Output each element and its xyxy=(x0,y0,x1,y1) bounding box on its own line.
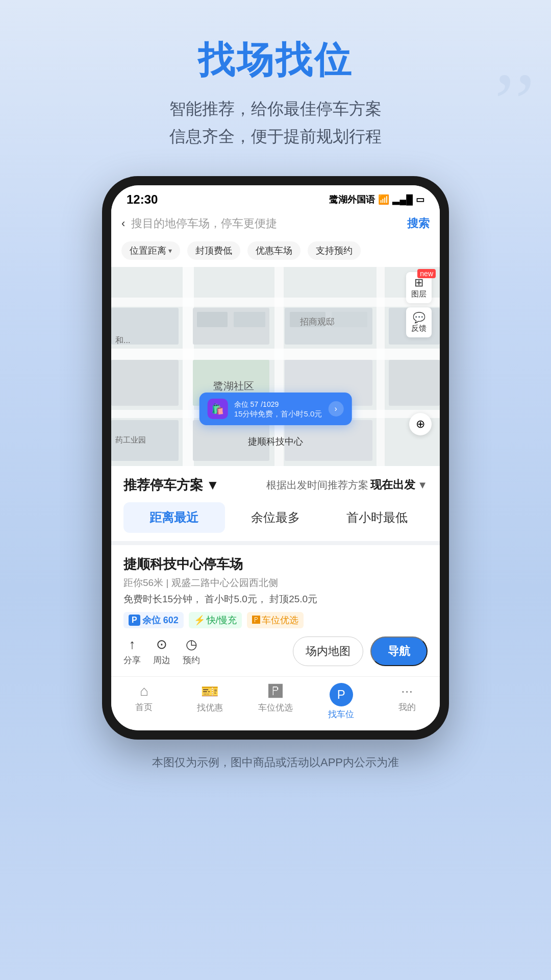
map-area[interactable]: 鹭湖社区 招商观邸 和... 药工业园 new ⊞ 图层 💬 反馈 xyxy=(111,267,440,466)
svg-rect-22 xyxy=(332,312,367,327)
filter-reservation[interactable]: 支持预约 xyxy=(308,241,361,260)
action-icons: ↑ 分享 ⊙ 周边 ◷ 预约 xyxy=(123,636,200,666)
tag-spots: P 余位 602 xyxy=(123,612,184,628)
nav-home[interactable]: ⌂ 首页 xyxy=(123,683,164,720)
svg-rect-4 xyxy=(183,267,194,466)
map-label-road: 和... xyxy=(115,335,130,346)
popup-price: 15分钟免费，首小时5.0元 xyxy=(234,409,322,419)
phone-screen: 12:30 鹭湖外国语 📶 ▂▄█ ▭ ‹ 搜目的地停车场，停车更便捷 搜索 位… xyxy=(111,185,440,730)
svg-rect-6 xyxy=(377,267,385,466)
locate-button[interactable]: ⊕ xyxy=(409,413,432,435)
status-time: 12:30 xyxy=(127,192,158,207)
navigate-button[interactable]: 导航 xyxy=(370,636,428,666)
svg-rect-12 xyxy=(111,360,179,406)
indoor-map-button[interactable]: 场内地图 xyxy=(293,636,363,666)
back-button[interactable]: ‹ xyxy=(121,217,125,230)
preferred-icon: 🅿 xyxy=(252,616,260,625)
filter-location-arrow: ▾ xyxy=(168,247,172,255)
carrier-label: 鹭湖外国语 xyxy=(329,193,375,206)
parking-price-info: 免费时长15分钟， 首小时5.0元， 封顶25.0元 xyxy=(123,593,428,606)
parking-address: 距你56米 | 观盛二路中心公园西北侧 xyxy=(123,576,428,590)
search-button[interactable]: 搜索 xyxy=(407,216,430,231)
map-popup[interactable]: 🛍️ 余位 57 /1029 15分钟免费，首小时5.0元 › xyxy=(199,393,352,425)
status-bar: 12:30 鹭湖外国语 📶 ▂▄█ ▭ xyxy=(111,185,440,211)
filter-location[interactable]: 位置距离 ▾ xyxy=(121,241,180,260)
search-bar: ‹ 搜目的地停车场，停车更便捷 搜索 xyxy=(111,211,440,236)
map-label-pharmacy: 药工业园 xyxy=(115,435,146,445)
depart-time[interactable]: 现在出发 xyxy=(370,477,415,493)
footer-text: 本图仅为示例，图中商品或活动以APP内公示为准 xyxy=(152,755,399,791)
popup-spots: 余位 57 /1029 xyxy=(234,399,322,409)
sort-tab-most-spots[interactable]: 余位最多 xyxy=(225,502,327,533)
share-icon: ↑ xyxy=(129,636,136,652)
nav-find-spot[interactable]: P 找车位 xyxy=(321,683,362,720)
nav-spot-select[interactable]: 🅿 车位优选 xyxy=(255,683,296,720)
status-right: 鹭湖外国语 📶 ▂▄█ ▭ xyxy=(329,193,424,206)
reserve-icon: ◷ xyxy=(186,636,197,652)
page-header: 找场找位 智能推荐，给你最佳停车方案 信息齐全，便于提前规划行程 xyxy=(169,0,382,151)
signal-bars: ▂▄█ xyxy=(392,194,413,205)
parking-tags: P 余位 602 ⚡ 快/慢充 🅿 车位优选 xyxy=(123,612,428,628)
sort-tab-cheapest[interactable]: 首小时最低 xyxy=(326,502,428,533)
filter-bar: 位置距离 ▾ 封顶费低 优惠车场 支持预约 xyxy=(111,236,440,267)
panel-title-arrow: ▼ xyxy=(206,477,219,493)
panel-title: 推荐停车方案 ▼ xyxy=(123,476,219,494)
bottom-panel: 推荐停车方案 ▼ 根据出发时间推荐方案 现在出发 ▼ 距离最近 余位 xyxy=(111,466,440,541)
panel-header: 推荐停车方案 ▼ 根据出发时间推荐方案 现在出发 ▼ xyxy=(123,476,428,494)
map-label-recruit: 招商观邸 xyxy=(300,316,335,328)
depart-arrow: ▼ xyxy=(417,479,428,491)
bottom-nav: ⌂ 首页 🎫 找优惠 🅿 车位优选 P 找车位 ··· 我的 xyxy=(111,676,440,730)
feedback-icon: 💬 xyxy=(411,311,427,324)
tag-charge: ⚡ 快/慢充 xyxy=(189,612,242,628)
parking-name: 捷顺科技中心停车场 xyxy=(123,555,428,573)
popup-info: 余位 57 /1029 15分钟免费，首小时5.0元 xyxy=(234,399,322,419)
panel-right: 根据出发时间推荐方案 现在出发 ▼ xyxy=(266,477,428,493)
search-input[interactable]: 搜目的地停车场，停车更便捷 xyxy=(131,216,401,231)
page-title: 找场找位 xyxy=(169,36,382,85)
sort-tab-nearest[interactable]: 距离最近 xyxy=(123,502,225,533)
page-subtitle: 智能推荐，给你最佳停车方案 信息齐全，便于提前规划行程 xyxy=(169,95,382,151)
charge-icon: ⚡ xyxy=(194,615,205,626)
map-controls: new ⊞ 图层 💬 反馈 xyxy=(406,272,432,337)
svg-rect-19 xyxy=(197,312,228,327)
wifi-icon: 📶 xyxy=(378,194,389,205)
my-icon: ··· xyxy=(401,683,413,699)
phone-mockup: 12:30 鹭湖外国语 📶 ▂▄█ ▭ ‹ 搜目的地停车场，停车更便捷 搜索 位… xyxy=(102,176,449,740)
tag-preferred: 🅿 车位优选 xyxy=(247,612,304,628)
filter-discount[interactable]: 优惠车场 xyxy=(247,241,300,260)
sort-tabs: 距离最近 余位最多 首小时最低 xyxy=(123,502,428,533)
phone-frame: 12:30 鹭湖外国语 📶 ▂▄█ ▭ ‹ 搜目的地停车场，停车更便捷 搜索 位… xyxy=(102,176,449,740)
tag-p-icon: P xyxy=(129,615,140,626)
discount-icon: 🎫 xyxy=(201,683,219,700)
battery-icon: ▭ xyxy=(416,194,424,205)
feedback-control[interactable]: 💬 反馈 xyxy=(406,307,432,337)
nav-my[interactable]: ··· 我的 xyxy=(387,683,428,720)
map-location-label: 捷顺科技中心 xyxy=(248,435,303,448)
svg-rect-17 xyxy=(389,360,440,406)
popup-store-icon: 🛍️ xyxy=(208,399,228,419)
popup-arrow: › xyxy=(328,401,343,416)
nearby-icon: ⊙ xyxy=(156,636,167,652)
action-share[interactable]: ↑ 分享 xyxy=(123,636,141,666)
spot-select-icon: 🅿 xyxy=(268,683,283,700)
map-label-community: 鹭湖社区 xyxy=(213,379,254,393)
deco-quote-mark: ,, xyxy=(495,15,536,97)
svg-rect-20 xyxy=(234,312,265,327)
action-nearby[interactable]: ⊙ 周边 xyxy=(153,636,170,666)
find-spot-icon: P xyxy=(330,683,353,706)
home-icon: ⌂ xyxy=(140,683,148,699)
layers-control[interactable]: new ⊞ 图层 xyxy=(406,272,432,303)
filter-price-cap[interactable]: 封顶费低 xyxy=(187,241,240,260)
action-buttons: 场内地图 导航 xyxy=(293,636,428,666)
action-reserve[interactable]: ◷ 预约 xyxy=(183,636,200,666)
nav-discount[interactable]: 🎫 找优惠 xyxy=(189,683,230,720)
new-badge: new xyxy=(417,269,436,278)
parking-actions: ↑ 分享 ⊙ 周边 ◷ 预约 场内地图 xyxy=(123,636,428,666)
parking-card: 捷顺科技中心停车场 距你56米 | 观盛二路中心公园西北侧 免费时长15分钟， … xyxy=(111,541,440,676)
